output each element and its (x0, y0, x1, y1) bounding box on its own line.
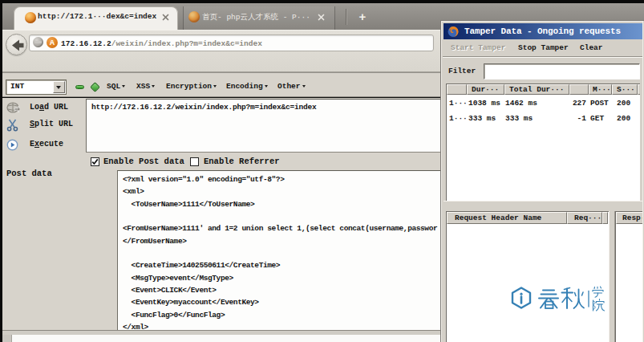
menu-sql[interactable]: SQL (107, 82, 125, 93)
request-row[interactable]: 1··· 1038 ms 1462 ms 227 POST 200 (447, 96, 640, 111)
globe-icon[interactable] (33, 37, 43, 47)
cell-size: 227 (569, 96, 589, 111)
column-header-request-header-name[interactable]: Request Header Name (447, 212, 567, 224)
menu-xss-label: XSS (136, 82, 150, 91)
enable-post-data-checkbox[interactable]: Enable Post data (91, 157, 195, 168)
url-domain: 172.16.12.2 (61, 39, 111, 48)
response-headers-header-row: Resp··· (616, 212, 642, 224)
enable-post-data-label: Enable Post data (103, 157, 184, 166)
ichunqiu-watermark-logo (511, 284, 607, 313)
checkmark-icon (91, 158, 99, 165)
enable-referrer-label: Enable Referrer (204, 157, 280, 166)
cell-size: -1 (569, 111, 589, 126)
split-url-icon (6, 119, 18, 132)
enable-referrer-checkbox[interactable]: Enable Referrer (190, 157, 294, 168)
horizontal-splitter[interactable] (444, 201, 642, 211)
tab-close-icon[interactable] (317, 13, 326, 22)
tab-close-icon[interactable] (161, 13, 170, 22)
split-url-label: Split URL (30, 120, 73, 128)
request-headers-panel[interactable]: Request Header Name Req··· (446, 211, 609, 342)
tab-separator (346, 9, 346, 25)
menu-other-label: Other (277, 82, 301, 91)
stop-tamper-menuitem[interactable]: Stop Tamper (518, 43, 569, 52)
vertical-splitter[interactable] (609, 211, 615, 342)
post-data-label: Post data (6, 169, 52, 178)
column-header-response[interactable]: Resp··· (616, 212, 642, 224)
checkbox (91, 157, 99, 166)
menu-encryption-label: Encryption (166, 82, 212, 91)
firefox-icon (447, 25, 460, 38)
menu-encryption[interactable]: Encryption (166, 82, 217, 93)
chevron-down-icon (265, 85, 268, 88)
page-favicon (25, 12, 36, 23)
tab-active-title: http://172.1···dex&c=index (38, 12, 160, 21)
collapse-icon[interactable] (75, 85, 84, 89)
cell-status: 200 (612, 111, 638, 126)
url-textarea-value: http://172.16.12.2/weixin/index.php?m=in… (91, 103, 317, 112)
chevron-down-icon (213, 85, 217, 88)
url-path: /weixin/index.php?m=index&c=index (111, 39, 262, 48)
back-arrow-icon (6, 35, 28, 56)
column-header-filler (602, 212, 608, 224)
cell-method: GET (589, 111, 612, 126)
page-favicon (188, 11, 200, 22)
cell-index: 1··· (447, 96, 467, 111)
url-text[interactable]: 172.16.12.2/weixin/index.php?m=index&c=i… (61, 39, 262, 48)
chevron-down-icon (302, 85, 306, 88)
column-header-duration[interactable]: Dur··· (467, 84, 504, 95)
menu-separator (443, 56, 643, 58)
menu-other[interactable]: Other (277, 82, 306, 93)
mode-select-dropdown-button[interactable] (53, 81, 65, 93)
post-data-textarea[interactable]: <?xml version="1.0" encoding="utf-8"?> <… (117, 170, 441, 331)
load-url-label: Load URL (30, 103, 68, 112)
cell-total-duration: 1462 ms (504, 96, 569, 111)
screenshot-root: http://172.1···dex&c=index 首页- php云人才系统 … (0, 0, 644, 342)
requests-header-row: Dur··· Total Dur··· M··· S··· (447, 84, 640, 95)
clear-menuitem[interactable]: Clear (580, 43, 603, 52)
execute-button[interactable]: Execute (2, 138, 86, 153)
filter-input[interactable] (484, 63, 640, 79)
column-header-filler (638, 84, 640, 95)
back-button[interactable] (6, 34, 27, 55)
tamper-title-bar[interactable]: Tamper Data - Ongoing requests (444, 23, 642, 39)
request-headers-header-row: Request Header Name Req··· (447, 212, 608, 224)
mode-select-value: INT (10, 82, 24, 91)
tamper-window-title: Tamper Data - Ongoing requests (464, 26, 621, 36)
column-header-status[interactable]: S··· (612, 84, 638, 95)
checkbox (190, 157, 199, 166)
requests-list[interactable]: Dur··· Total Dur··· M··· S··· 1··· 1038 … (446, 83, 640, 201)
menu-sql-label: SQL (107, 82, 120, 91)
menu-encoding[interactable]: Encoding (226, 82, 268, 93)
request-row[interactable]: 1··· 333 ms 333 ms -1 GET 200 (447, 111, 640, 126)
tamper-data-window: Tamper Data - Ongoing requests Start Tam… (440, 20, 644, 342)
cell-duration: 1038 ms (467, 96, 504, 111)
column-header-index[interactable] (447, 84, 467, 95)
cell-status: 200 (612, 96, 638, 111)
response-headers-panel[interactable]: Resp··· (615, 211, 642, 342)
load-url-button[interactable]: Load URL (2, 101, 86, 116)
chevron-down-icon (122, 85, 125, 88)
menu-xss[interactable]: XSS (136, 82, 155, 93)
column-header-total-duration[interactable]: Total Dur··· (504, 84, 569, 95)
load-url-icon (6, 102, 20, 113)
chevron-down-icon (152, 85, 155, 88)
column-header-request-value[interactable]: Req··· (567, 212, 602, 224)
new-tab-button[interactable]: + (353, 8, 372, 26)
cell-index: 1··· (447, 111, 467, 126)
execute-icon (6, 139, 18, 151)
cell-duration: 333 ms (467, 111, 504, 126)
site-identity-icon[interactable]: A (47, 37, 58, 48)
menu-encoding-label: Encoding (226, 82, 263, 91)
tab-inactive-title: 首页- php云人才系统 - P··· (202, 12, 314, 22)
cell-total-duration: 333 ms (504, 111, 569, 126)
scrollbar-corner (2, 335, 12, 342)
chevron-down-icon (56, 86, 61, 89)
url-textarea[interactable]: http://172.16.12.2/weixin/index.php?m=in… (86, 99, 441, 153)
column-header-method[interactable]: M··· (589, 84, 612, 95)
cell-method: POST (589, 96, 612, 111)
start-tamper-menuitem[interactable]: Start Tamper (451, 43, 505, 52)
split-url-button[interactable]: Split URL (2, 118, 86, 132)
post-data-value: <?xml version="1.0" encoding="utf-8"?> <… (123, 173, 437, 331)
column-header-size[interactable] (569, 84, 589, 95)
filter-label: Filter (448, 67, 476, 75)
